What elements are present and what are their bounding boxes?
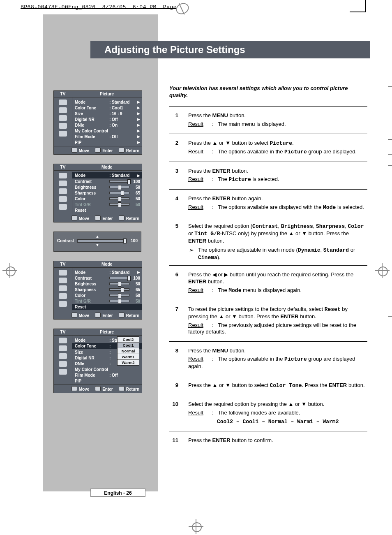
divider bbox=[169, 217, 367, 217]
osd-row[interactable]: Color50 bbox=[75, 196, 140, 201]
osd-row[interactable]: Mode: Standard▶ bbox=[75, 99, 140, 105]
osd-slider[interactable]: 65 bbox=[109, 287, 140, 292]
osd-icon-column bbox=[54, 171, 72, 214]
page-title: Adjusting the Picture Settings bbox=[90, 41, 370, 58]
osd-row[interactable]: Reset bbox=[75, 207, 140, 213]
osd-row[interactable]: Mode: Standard▶ bbox=[72, 172, 142, 178]
dropdown-option[interactable]: Cool2 bbox=[118, 337, 139, 343]
move-hint: Move bbox=[71, 386, 90, 391]
dropdown-option[interactable]: Cool1 bbox=[118, 343, 139, 348]
contrast-slider[interactable] bbox=[77, 239, 125, 243]
osd-row-value: : Cool1 bbox=[109, 106, 134, 110]
osd-row[interactable]: Mode: Standard▶ bbox=[75, 269, 140, 275]
menu-icon bbox=[59, 338, 67, 343]
osd-slider[interactable]: 50 bbox=[109, 197, 140, 201]
step-main-text: Select the required option by pressing t… bbox=[188, 401, 367, 408]
osd-row[interactable]: PIP▶ bbox=[75, 139, 140, 145]
instruction-step: 8Press the MENU button.Result: The optio… bbox=[169, 345, 367, 374]
osd-row[interactable]: Digital NR: Off▶ bbox=[75, 116, 140, 122]
osd-slider[interactable]: 50 bbox=[109, 202, 140, 207]
osd-row[interactable]: Color Tone: Cool1▶ bbox=[75, 105, 140, 111]
instruction-step: 4Press the ENTER button again.Result: Th… bbox=[169, 193, 367, 215]
chevron-right-icon: ▶ bbox=[137, 100, 140, 104]
osd-row[interactable]: My Color Control▶ bbox=[75, 128, 140, 134]
step-body: Press the MENU button.Result: The option… bbox=[188, 347, 367, 372]
osd-slider[interactable]: 100 bbox=[109, 179, 140, 184]
menu-icon bbox=[59, 115, 67, 121]
color-tone-dropdown[interactable]: Cool2Cool1NormalWarm1Warm2 bbox=[117, 336, 139, 366]
osd-slider-value: 65 bbox=[131, 287, 140, 292]
step-number: 10 bbox=[169, 401, 178, 427]
chevron-right-icon: ▶ bbox=[137, 117, 140, 121]
osd-row-label: Color Tone bbox=[75, 106, 109, 110]
osd-slider-value: 100 bbox=[131, 276, 140, 280]
registration-mark-icon bbox=[189, 519, 203, 534]
slug-underline bbox=[21, 8, 181, 9]
osd-row-label: Mode bbox=[75, 173, 109, 178]
osd-row-label: Size bbox=[75, 350, 109, 354]
osd-row[interactable]: Reset bbox=[72, 304, 142, 310]
dropdown-option[interactable]: Normal bbox=[118, 348, 139, 354]
step-main-text: Press the ENTER button. bbox=[188, 168, 367, 175]
chevron-right-icon: ▶ bbox=[137, 111, 140, 116]
crop-mark-icon bbox=[365, 0, 366, 12]
osd-row-label: PIP bbox=[75, 379, 109, 383]
osd-row-value: : Standard bbox=[109, 270, 134, 275]
enter-hint: Enter bbox=[95, 148, 113, 153]
osd-row-label: Reset bbox=[75, 208, 109, 213]
slug-mark-icon bbox=[174, 1, 191, 16]
osd-row[interactable]: Film Mode: Off▶ bbox=[75, 134, 140, 139]
osd-tab-tv: TV bbox=[54, 164, 72, 170]
osd-slider-value: 50 bbox=[131, 202, 140, 207]
osd-slider[interactable]: 65 bbox=[109, 191, 140, 195]
osd-row[interactable]: Color50 bbox=[75, 292, 140, 298]
step-body: Press the ENTER button to confirm. bbox=[188, 437, 367, 446]
osd-row[interactable]: Tint G/R50 bbox=[75, 201, 140, 207]
osd-row[interactable]: DNIe: On▶ bbox=[75, 122, 140, 128]
osd-row-label: Size bbox=[75, 111, 109, 116]
osd-row[interactable]: Contrast100 bbox=[75, 178, 140, 184]
osd-row-value: : Off bbox=[109, 134, 134, 139]
dropdown-option[interactable]: Warm2 bbox=[118, 360, 139, 365]
step-result: Result: The Mode menu is displayed again… bbox=[188, 287, 367, 294]
contrast-label: Contrast bbox=[57, 239, 74, 243]
step-main-text: Press the ▲ or ▼ button to select Color … bbox=[188, 382, 367, 389]
osd-slider[interactable]: 50 bbox=[109, 185, 140, 190]
osd-slider[interactable]: 50 bbox=[109, 299, 140, 303]
osd-row[interactable]: Size: 16 : 9▶ bbox=[75, 111, 140, 116]
osd-tab-title: Mode bbox=[72, 164, 142, 170]
osd-row[interactable]: Brightness50 bbox=[75, 281, 140, 287]
menu-icon bbox=[59, 345, 67, 351]
osd-footer: Move Enter Return bbox=[54, 146, 142, 154]
osd-row[interactable]: My Color Control bbox=[75, 366, 140, 372]
osd-tab-tv: TV bbox=[54, 329, 72, 335]
osd-row[interactable]: PIP bbox=[75, 378, 140, 384]
osd-slider[interactable]: 50 bbox=[109, 282, 140, 286]
dropdown-option[interactable]: Warm1 bbox=[118, 354, 139, 360]
return-hint: Return bbox=[119, 313, 139, 318]
osd-slider[interactable]: 100 bbox=[109, 276, 140, 280]
osd-row[interactable]: Film Mode: Off bbox=[75, 372, 140, 378]
step-number: 8 bbox=[169, 347, 178, 372]
divider bbox=[169, 376, 367, 376]
osd-row[interactable]: Sharpness65 bbox=[75, 190, 140, 196]
osd-tab-tv: TV bbox=[54, 91, 72, 97]
osd-row[interactable]: Brightness50 bbox=[75, 184, 140, 190]
osd-row[interactable]: Sharpness65 bbox=[75, 287, 140, 292]
step-body: Press the ENTER button again.Result: The… bbox=[188, 195, 367, 213]
osd-row-label: Color bbox=[75, 293, 109, 298]
instruction-step: 6Press the ◀ or ▶ button until you reach… bbox=[169, 269, 367, 298]
step-result: Result: The options available in the Pic… bbox=[188, 356, 367, 370]
osd-row[interactable]: Tint G/R50 bbox=[75, 298, 140, 304]
osd-slider[interactable]: 50 bbox=[109, 293, 140, 298]
step-number: 9 bbox=[169, 382, 178, 391]
menu-icon bbox=[59, 204, 67, 210]
osd-row[interactable]: Contrast100 bbox=[75, 275, 140, 281]
osd-slider-value: 50 bbox=[131, 293, 140, 298]
instruction-step: 1Press the MENU button.Result: The main … bbox=[169, 110, 367, 132]
divider bbox=[169, 341, 367, 342]
divider bbox=[169, 431, 367, 431]
osd-row-label: Color bbox=[75, 197, 109, 201]
osd-row-label: Sharpness bbox=[75, 191, 109, 195]
return-hint: Return bbox=[119, 215, 139, 221]
